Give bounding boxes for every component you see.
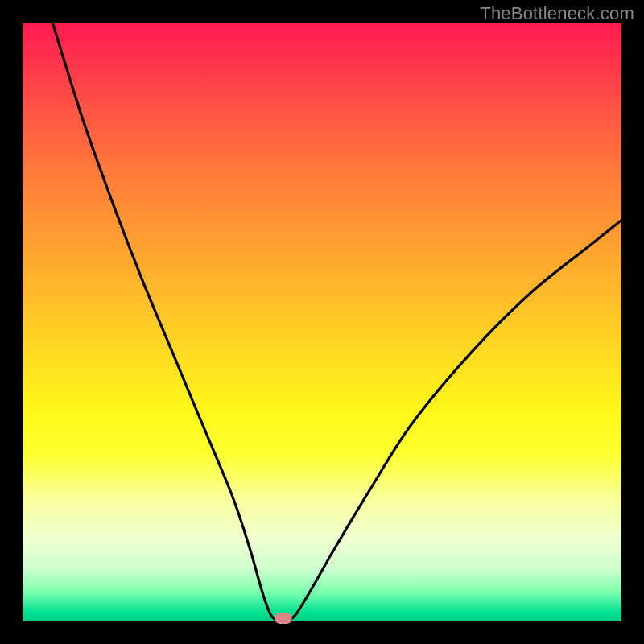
optimal-marker	[275, 613, 292, 624]
chart-frame: TheBottleneck.com	[0, 0, 644, 644]
watermark-text: TheBottleneck.com	[480, 3, 634, 24]
plot-area	[23, 23, 621, 621]
bottleneck-curve	[23, 23, 621, 621]
